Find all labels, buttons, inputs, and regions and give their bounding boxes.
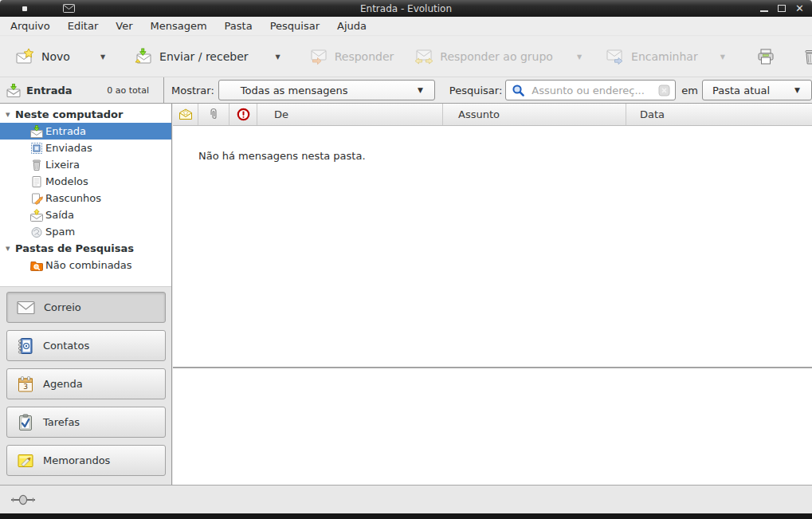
- folder-label: Lixeira: [45, 159, 80, 171]
- search-scope-combo[interactable]: Pasta atual ▼: [702, 80, 812, 100]
- folder-saida[interactable]: Saída: [0, 206, 171, 223]
- titlebar: Entrada - Evolution ✕: [0, 0, 812, 17]
- scope-label: em: [681, 85, 698, 96]
- menu-bar: Arquivo Editar Ver Mensagem Pasta Pesqui…: [0, 17, 812, 36]
- folder-title: Entrada: [26, 85, 73, 96]
- reply-button[interactable]: Responder: [303, 42, 401, 71]
- switcher-label: Tarefas: [43, 416, 80, 428]
- menu-editar[interactable]: Editar: [59, 18, 108, 34]
- folder-rascunhos[interactable]: Rascunhos: [0, 190, 171, 206]
- folder-entrada[interactable]: Entrada: [0, 123, 171, 140]
- show-filter-value: Todas as mensagens: [241, 85, 348, 96]
- folder-enviadas[interactable]: Enviadas: [0, 140, 171, 156]
- column-read-status[interactable]: [173, 104, 198, 125]
- menu-ajuda[interactable]: Ajuda: [328, 18, 375, 34]
- window-title: Entrada - Evolution: [0, 3, 812, 14]
- online-plug-icon[interactable]: [10, 493, 37, 506]
- menu-mensagem[interactable]: Mensagem: [142, 18, 216, 34]
- close-button[interactable]: ✕: [795, 3, 804, 14]
- print-button[interactable]: [751, 43, 781, 70]
- forward-dropdown-arrow[interactable]: ▼: [714, 49, 732, 65]
- send-receive-dropdown-arrow[interactable]: ▼: [269, 49, 287, 65]
- folder-label: Não combinadas: [45, 259, 132, 271]
- combo-arrow-icon: ▼: [794, 86, 800, 94]
- outbox-icon: [30, 209, 43, 222]
- preview-pane-splitter[interactable]: [173, 367, 812, 368]
- clear-search-icon[interactable]: [658, 85, 670, 96]
- column-label: Assunto: [458, 108, 500, 120]
- junk-icon: [30, 226, 43, 238]
- reply-group-dropdown-arrow[interactable]: ▼: [571, 49, 588, 65]
- switcher-tarefas[interactable]: Tarefas: [6, 407, 166, 438]
- tree-group-pastas-de-pesquisas[interactable]: ▾ Pastas de Pesquisas: [0, 240, 171, 257]
- reply-group-button[interactable]: Responder ao grupo: [408, 42, 559, 71]
- folder-modelos[interactable]: Modelos: [0, 173, 171, 190]
- reply-button-label: Responder: [335, 50, 394, 63]
- window-menu-dot-icon[interactable]: [22, 6, 27, 11]
- expander-icon[interactable]: ▾: [6, 245, 15, 253]
- status-bar: [0, 485, 812, 513]
- column-label: Data: [640, 108, 665, 120]
- folder-label: Saída: [45, 209, 74, 221]
- window-bottom-edge: [0, 513, 812, 519]
- column-assunto[interactable]: Assunto: [443, 104, 626, 125]
- forward-button[interactable]: Encaminhar: [599, 42, 704, 71]
- menu-arquivo[interactable]: Arquivo: [2, 18, 59, 34]
- search-icon: [512, 84, 525, 97]
- folder-lixeira[interactable]: Lixeira: [0, 156, 171, 173]
- new-dropdown-arrow[interactable]: ▼: [94, 49, 112, 65]
- switcher-memorandos[interactable]: Memorandos: [6, 445, 166, 476]
- send-receive-button-label: Enviar / receber: [159, 50, 248, 63]
- reply-icon: [309, 48, 328, 65]
- templates-icon: [30, 175, 43, 188]
- reply-group-icon: [414, 48, 433, 65]
- switcher-correio[interactable]: Correio: [6, 292, 166, 323]
- new-button[interactable]: Novo: [10, 42, 76, 71]
- evolution-app-icon: [63, 4, 75, 13]
- menu-pesquisar[interactable]: Pesquisar: [261, 18, 328, 34]
- folder-label: Modelos: [45, 175, 88, 187]
- switcher-label: Correio: [44, 301, 81, 313]
- switcher-label: Agenda: [43, 378, 83, 390]
- forward-icon: [606, 48, 625, 65]
- tasks-icon: [17, 414, 34, 431]
- message-list-header: De Assunto Data: [173, 104, 812, 126]
- folder-nao-combinadas[interactable]: Não combinadas: [0, 257, 171, 273]
- menu-ver[interactable]: Ver: [107, 18, 141, 34]
- menu-pasta[interactable]: Pasta: [216, 18, 261, 34]
- search-input[interactable]: [530, 84, 653, 97]
- show-filter-combo[interactable]: Todas as mensagens ▼: [218, 80, 435, 100]
- send-receive-button[interactable]: Enviar / receber: [127, 42, 254, 71]
- mail-icon: [17, 301, 35, 315]
- expander-icon[interactable]: ▾: [6, 111, 15, 119]
- toolbar: Novo ▼ Enviar / receber ▼ Responder Resp…: [0, 37, 812, 77]
- column-priority[interactable]: [229, 104, 257, 125]
- tree-group-neste-computador[interactable]: ▾ Neste computador: [0, 106, 171, 123]
- show-label: Mostrar:: [171, 85, 214, 96]
- message-list-pane: De Assunto Data Não há mensagens nesta p…: [173, 104, 812, 485]
- switcher-label: Memorandos: [43, 454, 110, 466]
- combo-arrow-icon: ▼: [418, 86, 423, 94]
- minimize-button[interactable]: [760, 5, 768, 12]
- folder-spam[interactable]: Spam: [0, 223, 171, 240]
- priority-icon: [237, 108, 250, 121]
- folder-message-count: 0 ao total: [107, 85, 155, 96]
- send-receive-icon: [134, 48, 153, 65]
- inbox-icon: [6, 84, 21, 97]
- switcher-agenda[interactable]: 3 Agenda: [6, 368, 166, 399]
- reply-group-button-label: Responder ao grupo: [440, 50, 553, 63]
- new-mail-icon: [16, 48, 35, 65]
- switcher-contatos[interactable]: Contatos: [6, 330, 166, 361]
- switcher-label: Contatos: [43, 340, 89, 352]
- column-de[interactable]: De: [257, 104, 443, 125]
- trash-button[interactable]: [795, 43, 812, 70]
- new-button-label: Novo: [41, 50, 70, 63]
- attachment-icon: [208, 108, 219, 121]
- tree-group-label: Neste computador: [15, 108, 123, 120]
- column-label: De: [274, 108, 288, 120]
- column-data[interactable]: Data: [626, 104, 812, 125]
- folder-label: Entrada: [45, 125, 86, 137]
- maximize-button[interactable]: [778, 5, 786, 12]
- folder-tree: ▾ Neste computador Entrada Enviadas Lixe…: [0, 104, 171, 287]
- column-attachment[interactable]: [198, 104, 229, 125]
